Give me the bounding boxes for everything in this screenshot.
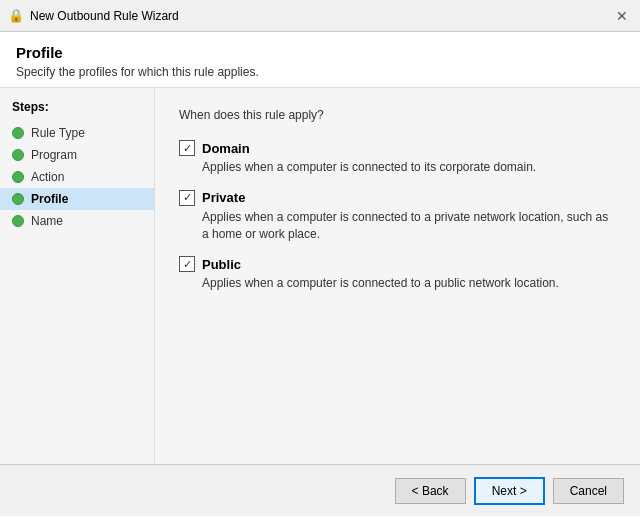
step-dot-name (12, 215, 24, 227)
sidebar-item-program[interactable]: Program (0, 144, 154, 166)
title-bar-left: 🔒 New Outbound Rule Wizard (8, 8, 179, 24)
step-label-rule-type: Rule Type (31, 126, 85, 140)
sidebar-item-profile[interactable]: Profile (0, 188, 154, 210)
window-icon: 🔒 (8, 8, 24, 24)
close-button[interactable]: ✕ (612, 9, 632, 23)
step-dot-profile (12, 193, 24, 205)
step-dot-rule-type (12, 127, 24, 139)
domain-checkbox[interactable]: ✓ (179, 140, 195, 156)
cancel-button[interactable]: Cancel (553, 478, 624, 504)
dialog-body: Steps: Rule Type Program Action Profile … (0, 88, 640, 464)
page-subtitle: Specify the profiles for which this rule… (16, 65, 624, 79)
step-label-action: Action (31, 170, 64, 184)
public-description: Applies when a computer is connected to … (179, 275, 616, 292)
question-text: When does this rule apply? (179, 108, 616, 122)
profile-option-public: ✓ Public Applies when a computer is conn… (179, 256, 616, 292)
profile-option-domain: ✓ Domain Applies when a computer is conn… (179, 140, 616, 176)
private-description: Applies when a computer is connected to … (179, 209, 616, 243)
dialog-footer: < Back Next > Cancel (0, 464, 640, 516)
private-checkmark: ✓ (183, 192, 192, 203)
step-label-name: Name (31, 214, 63, 228)
steps-panel: Steps: Rule Type Program Action Profile … (0, 88, 155, 464)
profile-option-public-header: ✓ Public (179, 256, 616, 272)
next-button[interactable]: Next > (474, 477, 545, 505)
domain-checkmark: ✓ (183, 143, 192, 154)
step-label-program: Program (31, 148, 77, 162)
sidebar-item-rule-type[interactable]: Rule Type (0, 122, 154, 144)
profile-option-domain-header: ✓ Domain (179, 140, 616, 156)
sidebar-item-action[interactable]: Action (0, 166, 154, 188)
public-label: Public (202, 257, 241, 272)
back-button[interactable]: < Back (395, 478, 466, 504)
dialog-header: Profile Specify the profiles for which t… (0, 32, 640, 88)
steps-label: Steps: (0, 100, 154, 122)
page-title: Profile (16, 44, 624, 61)
window-title: New Outbound Rule Wizard (30, 9, 179, 23)
private-checkbox[interactable]: ✓ (179, 190, 195, 206)
sidebar-item-name[interactable]: Name (0, 210, 154, 232)
domain-description: Applies when a computer is connected to … (179, 159, 616, 176)
title-bar: 🔒 New Outbound Rule Wizard ✕ (0, 0, 640, 32)
step-label-profile: Profile (31, 192, 68, 206)
public-checkbox[interactable]: ✓ (179, 256, 195, 272)
profile-option-private-header: ✓ Private (179, 190, 616, 206)
domain-label: Domain (202, 141, 250, 156)
main-content: When does this rule apply? ✓ Domain Appl… (155, 88, 640, 464)
public-checkmark: ✓ (183, 259, 192, 270)
profile-option-private: ✓ Private Applies when a computer is con… (179, 190, 616, 243)
private-label: Private (202, 190, 245, 205)
step-dot-program (12, 149, 24, 161)
step-dot-action (12, 171, 24, 183)
